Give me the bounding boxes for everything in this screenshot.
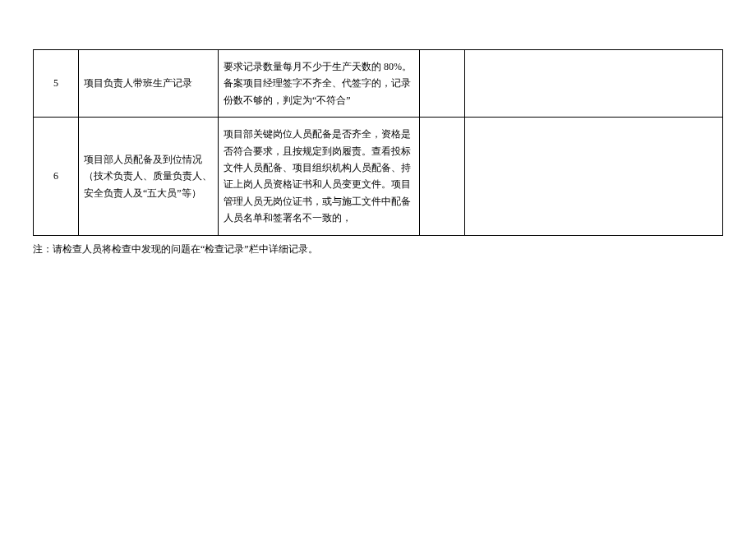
footer-note: 注：请检查人员将检查中发现的问题在“检查记录”栏中详细记录。 xyxy=(33,241,723,257)
inspection-table: 5 项目负责人带班生产记录 要求记录数量每月不少于生产天数的 80%。备案项目经… xyxy=(33,49,723,236)
row-cell-4 xyxy=(420,50,465,118)
row-item: 项目部人员配备及到位情况（技术负责人、质量负责人、安全负责人及“五大员”等） xyxy=(79,118,219,235)
row-desc: 项目部关键岗位人员配备是否齐全，资格是否符合要求，且按规定到岗履责。查看投标文件… xyxy=(219,118,420,235)
row-desc: 要求记录数量每月不少于生产天数的 80%。备案项目经理签字不齐全、代签字的，记录… xyxy=(219,50,420,118)
table-row: 6 项目部人员配备及到位情况（技术负责人、质量负责人、安全负责人及“五大员”等）… xyxy=(34,118,723,235)
row-number: 6 xyxy=(34,118,79,235)
row-cell-4 xyxy=(420,118,465,235)
table-row: 5 项目负责人带班生产记录 要求记录数量每月不少于生产天数的 80%。备案项目经… xyxy=(34,50,723,118)
row-item: 项目负责人带班生产记录 xyxy=(79,50,219,118)
row-cell-5 xyxy=(465,50,723,118)
row-cell-5 xyxy=(465,118,723,235)
row-number: 5 xyxy=(34,50,79,118)
